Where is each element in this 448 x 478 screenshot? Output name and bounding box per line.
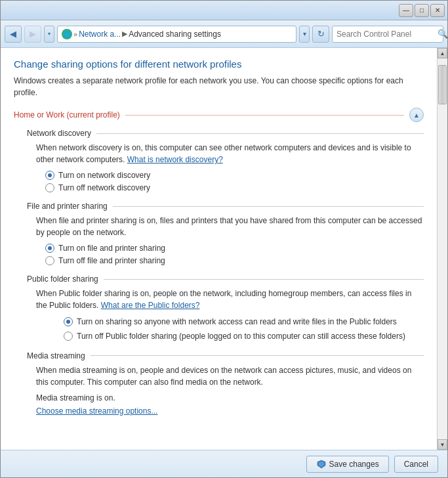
network-discovery-description: When network discovery is on, this compu… [27,142,424,165]
file-sharing-off-label: Turn off file and printer sharing [58,256,165,265]
network-discovery-on-label: Turn on network discovery [58,171,150,180]
public-folder-off-label: Turn off Public folder sharing (people l… [77,331,405,342]
footer: Save changes Cancel [1,450,447,477]
back-button[interactable]: ◀ [5,26,22,43]
file-sharing-header: File and printer sharing [27,202,424,211]
save-icon [316,459,327,469]
content-area: Change sharing options for different net… [1,48,437,450]
public-folder-radio-group: Turn on sharing so anyone with network a… [27,316,424,342]
public-folder-off-radio[interactable] [64,332,73,341]
home-profile-section-header: Home or Work (current profile) ▲ [14,108,424,122]
nav-dropdown-button[interactable]: ▾ [44,26,54,43]
scroll-down-button[interactable]: ▼ [438,439,447,450]
media-streaming-title: Media streaming [27,351,91,360]
network-discovery-header: Network discovery [27,129,424,138]
public-folder-on-option[interactable]: Turn on sharing so anyone with network a… [45,316,424,328]
public-folder-on-radio[interactable] [64,317,73,326]
save-svg [317,460,326,469]
breadcrumb-network-link[interactable]: Network a... [79,30,121,39]
forward-button[interactable]: ▶ [24,26,41,43]
page-title: Change sharing options for different net… [14,58,424,70]
search-input[interactable] [336,30,435,39]
forward-icon: ▶ [30,29,36,39]
network-discovery-radio-group: Turn on network discovery Turn off netwo… [27,171,424,192]
network-icon: 🌐 [62,29,72,39]
network-discovery-on-radio[interactable] [45,171,54,180]
page-description: Windows creates a separate network profi… [14,75,424,98]
media-streaming-options-link-wrapper: Choose media streaming options... [27,405,424,417]
cancel-label: Cancel [404,460,428,469]
public-folder-header: Public folder sharing [27,274,424,284]
media-streaming-section: Media streaming When media streaming is … [14,351,424,417]
main-content: Change sharing options for different net… [1,48,447,450]
network-discovery-on-option[interactable]: Turn on network discovery [45,171,424,180]
public-folder-description: When Public folder sharing is on, people… [27,288,424,311]
file-sharing-section: File and printer sharing When file and p… [14,202,424,265]
save-label: Save changes [329,460,379,469]
public-folder-section: Public folder sharing When Public folder… [14,274,424,342]
maximize-button[interactable]: □ [415,4,429,17]
close-button[interactable]: ✕ [430,4,445,17]
file-sharing-on-label: Turn on file and printer sharing [58,244,165,253]
file-sharing-title: File and printer sharing [27,202,113,211]
public-folder-on-label: Turn on sharing so anyone with network a… [77,316,397,328]
media-streaming-status: Media streaming is on. [27,393,424,402]
save-changes-button[interactable]: Save changes [306,456,389,473]
network-discovery-off-option[interactable]: Turn off network discovery [45,183,424,192]
window-controls: — □ ✕ [399,4,445,17]
home-profile-line [125,115,404,116]
media-streaming-description: When media streaming is on, people and d… [27,364,424,388]
file-sharing-line [113,206,424,207]
refresh-icon: ↻ [317,29,325,39]
radio-selected-indicator [48,173,52,177]
address-dropdown-button[interactable]: ▾ [299,26,310,43]
public-folder-line [104,279,424,280]
title-bar: — □ ✕ [1,1,447,20]
back-icon: ◀ [10,29,16,39]
public-folder-off-option[interactable]: Turn off Public folder sharing (people l… [45,331,424,342]
scroll-track[interactable] [438,58,447,439]
network-discovery-off-label: Turn off network discovery [58,183,150,192]
toolbar: ◀ ▶ ▾ 🌐 » Network a... ▶ Advanced sharin… [1,20,447,48]
media-streaming-header: Media streaming [27,351,424,360]
scroll-up-button[interactable]: ▲ [438,48,447,58]
main-window: — □ ✕ ◀ ▶ ▾ 🌐 » Network a... ▶ Advanced … [0,0,448,478]
file-sharing-radio-group: Turn on file and printer sharing Turn of… [27,244,424,265]
address-bar: 🌐 » Network a... ▶ Advanced sharing sett… [57,26,296,43]
public-folders-link[interactable]: What are the Public folders? [101,301,200,310]
media-streaming-line [91,355,424,356]
network-discovery-off-radio[interactable] [45,183,54,192]
scroll-thumb[interactable] [438,65,447,104]
breadcrumb-separator-2: ▶ [122,30,127,38]
refresh-button[interactable]: ↻ [312,26,329,43]
home-profile-title: Home or Work (current profile) [14,110,125,120]
collapse-icon: ▲ [413,112,420,119]
file-sharing-off-radio[interactable] [45,256,54,265]
cancel-button[interactable]: Cancel [394,456,438,473]
network-discovery-section: Network discovery When network discovery… [14,129,424,192]
media-streaming-options-link[interactable]: Choose media streaming options... [36,406,157,416]
minimize-button[interactable]: — [399,4,413,17]
search-box[interactable]: 🔍 [332,26,443,43]
file-sharing-on-option[interactable]: Turn on file and printer sharing [45,244,424,253]
scrollbar[interactable]: ▲ ▼ [437,48,447,450]
breadcrumb-separator-1: » [73,30,77,38]
home-profile-collapse-button[interactable]: ▲ [409,108,424,122]
radio-selected-indicator [48,246,52,250]
chevron-down-icon: ▾ [48,31,51,37]
network-discovery-line [96,133,424,134]
file-sharing-off-option[interactable]: Turn off file and printer sharing [45,256,424,265]
network-discovery-title: Network discovery [27,129,96,138]
file-sharing-description: When file and printer sharing is on, fil… [27,215,424,238]
breadcrumb-current: Advanced sharing settings [129,30,221,39]
network-icon-label: 🌐 [64,31,71,37]
network-discovery-link[interactable]: What is network discovery? [127,155,223,164]
address-chevron-icon: ▾ [303,30,306,37]
radio-selected-indicator [66,320,70,324]
search-icon[interactable]: 🔍 [438,29,448,39]
public-folder-title: Public folder sharing [27,274,104,284]
file-sharing-on-radio[interactable] [45,244,54,253]
